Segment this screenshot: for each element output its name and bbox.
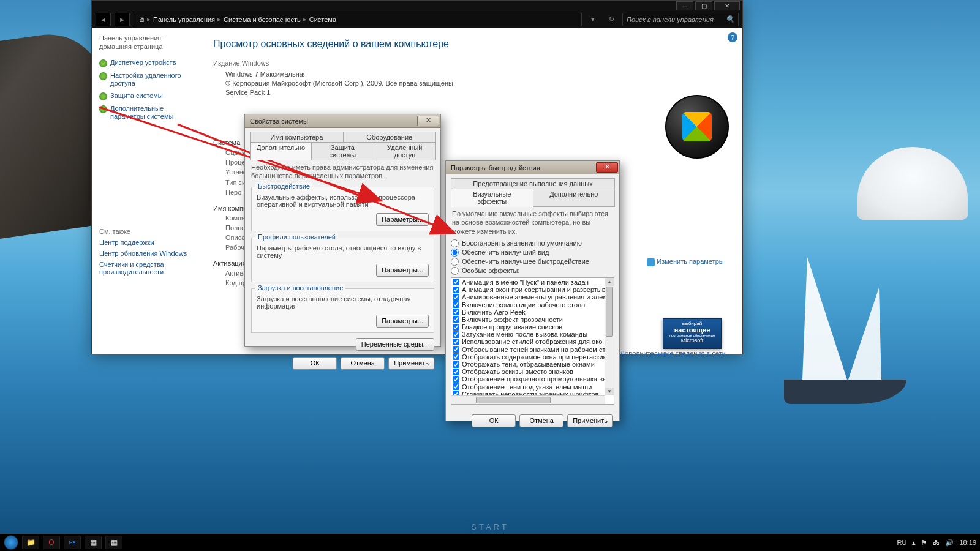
sidebar-item-device-manager[interactable]: Диспетчер устройств — [99, 58, 196, 69]
sidebar-item-protection[interactable]: Защита системы — [99, 91, 196, 102]
effect-checkbox[interactable] — [453, 369, 459, 375]
effect-checkbox[interactable] — [453, 324, 459, 331]
tab-computer-name[interactable]: Имя компьютера — [250, 132, 344, 142]
effect-checkbox[interactable] — [453, 339, 459, 345]
breadcrumb[interactable]: Панель управления — [153, 16, 215, 23]
tab-visual-effects[interactable]: Визуальные эффекты — [451, 189, 533, 207]
radio-option[interactable]: Обеспечить наилучший вид — [451, 249, 614, 257]
effect-checkbox[interactable] — [453, 361, 459, 368]
effect-item[interactable]: Затухание меню после вызова команды — [453, 331, 604, 338]
tab-dep[interactable]: Предотвращение выполнения данных — [451, 178, 615, 189]
radio-option[interactable]: Обеспечить наилучшее быстродействие — [451, 258, 614, 266]
taskbar-opera-icon[interactable]: O — [43, 536, 60, 549]
effect-item[interactable]: Использование стилей отображения для око… — [453, 338, 604, 345]
ok-button[interactable]: ОК — [472, 414, 516, 427]
tray-network-icon[interactable]: 🖧 — [933, 539, 940, 546]
tray-flag-icon[interactable]: ⚑ — [921, 539, 927, 547]
effect-item[interactable]: Включить Aero Peek — [453, 309, 604, 316]
scroll-down-icon[interactable]: ▼ — [605, 388, 614, 395]
radio-input[interactable] — [451, 258, 459, 266]
refresh-icon[interactable]: ↻ — [604, 15, 619, 23]
effect-checkbox[interactable] — [453, 287, 459, 293]
scrollbar-vertical[interactable]: ▲ ▼ — [605, 278, 614, 395]
language-indicator[interactable]: RU — [897, 539, 907, 546]
start-button[interactable] — [4, 535, 18, 550]
radio-input[interactable] — [451, 249, 459, 257]
address-bar[interactable]: 🖥 ▸ Панель управления ▸ Система и безопа… — [134, 13, 582, 26]
taskbar-app-icon[interactable]: ▦ — [85, 536, 102, 549]
more-online-link[interactable]: Дополнительные сведения в сети... — [620, 350, 732, 357]
sidebar-item-advanced[interactable]: Дополнительные параметры системы — [99, 103, 196, 122]
profiles-settings-button[interactable]: Параметры... — [376, 264, 429, 277]
breadcrumb[interactable]: Система — [309, 16, 336, 23]
scroll-thumb[interactable] — [606, 287, 613, 337]
effect-checkbox[interactable] — [453, 309, 459, 315]
see-also-action-center[interactable]: Центр поддержки — [99, 237, 196, 248]
effect-item[interactable]: Отображать эскизы вместо значков — [453, 368, 604, 375]
tab-remote[interactable]: Удаленный доступ — [374, 142, 436, 160]
ok-button[interactable]: ОК — [293, 357, 337, 370]
effect-checkbox[interactable] — [453, 331, 459, 338]
effects-list[interactable]: Анимация в меню "Пуск" и панели задачАни… — [451, 277, 614, 405]
see-also-perf[interactable]: Счетчики и средства производительности — [99, 259, 196, 277]
effect-item[interactable]: Включить эффект прозрачности — [453, 316, 604, 323]
startup-settings-button[interactable]: Параметры... — [376, 315, 429, 328]
apply-button[interactable]: Применить — [567, 414, 613, 427]
addr-dropdown-icon[interactable]: ▾ — [586, 15, 600, 23]
tab-advanced[interactable]: Дополнительно — [533, 189, 616, 207]
nav-forward-button[interactable]: ► — [115, 13, 130, 26]
effect-checkbox[interactable] — [453, 294, 459, 301]
effect-item[interactable]: Отображение тени под указателем мыши — [453, 383, 604, 391]
effect-item[interactable]: Включение композиции рабочего стола — [453, 301, 604, 308]
env-vars-button[interactable]: Переменные среды... — [356, 338, 434, 351]
apply-button[interactable]: Применить — [388, 357, 434, 370]
tray-chevron-icon[interactable]: ▴ — [912, 539, 916, 547]
radio-option[interactable]: Восстановить значения по умолчанию — [451, 239, 614, 247]
tab-hardware[interactable]: Оборудование — [343, 132, 437, 142]
maximize-button[interactable]: ▢ — [695, 1, 712, 10]
effect-item[interactable]: Анимация окон при свертывании и разверты… — [453, 286, 604, 293]
effect-checkbox[interactable] — [453, 279, 459, 285]
dialog-titlebar[interactable]: Свойства системы ✕ — [245, 114, 440, 128]
change-settings-link[interactable]: Изменить параметры — [639, 258, 731, 266]
effect-checkbox[interactable] — [453, 301, 459, 308]
effect-item[interactable]: Анимация в меню "Пуск" и панели задач — [453, 279, 604, 286]
scrollbar-horizontal[interactable] — [451, 395, 605, 404]
cancel-button[interactable]: Отмена — [519, 414, 564, 427]
scroll-thumb[interactable] — [476, 397, 551, 403]
effect-item[interactable]: Отображать содержимое окна при перетаски… — [453, 353, 604, 361]
effect-item[interactable]: Отображать тени, отбрасываемые окнами — [453, 361, 604, 368]
close-icon[interactable]: ✕ — [417, 116, 439, 126]
effect-checkbox[interactable] — [453, 346, 459, 353]
help-icon[interactable]: ? — [728, 32, 737, 42]
nav-back-button[interactable]: ◄ — [96, 13, 111, 26]
taskbar-explorer-icon[interactable]: 📁 — [22, 536, 39, 549]
radio-option[interactable]: Особые эффекты: — [451, 267, 614, 275]
ms-genuine-badge[interactable]: выбирай настоящее программное обеспечени… — [663, 318, 722, 349]
search-input[interactable]: Поиск в панели управления 🔍 — [622, 13, 739, 26]
effect-checkbox[interactable] — [453, 353, 459, 360]
tray-volume-icon[interactable]: 🔊 — [945, 539, 954, 547]
close-icon[interactable]: ✕ — [596, 162, 618, 173]
tab-advanced[interactable]: Дополнительно — [250, 142, 312, 160]
effect-item[interactable]: Гладкое прокручивание списков — [453, 323, 604, 331]
effect-checkbox[interactable] — [453, 376, 459, 383]
effect-checkbox[interactable] — [453, 383, 459, 390]
effect-item[interactable]: Анимированные элементы управления и элем… — [453, 293, 604, 301]
dialog-titlebar[interactable]: Параметры быстродействия ✕ — [446, 161, 619, 174]
cancel-button[interactable]: Отмена — [341, 357, 385, 370]
sidebar-item-remote[interactable]: Настройка удаленного доступа — [99, 70, 196, 89]
taskbar[interactable]: 📁 O Ps ▦ ▦ RU ▴ ⚑ 🖧 🔊 18:19 — [0, 534, 980, 551]
tab-protection[interactable]: Защита системы — [311, 142, 374, 160]
radio-input[interactable] — [451, 239, 459, 247]
performance-settings-button[interactable]: Параметры... — [376, 213, 429, 226]
clock[interactable]: 18:19 — [959, 539, 976, 546]
effect-checkbox[interactable] — [453, 316, 459, 323]
breadcrumb[interactable]: Система и безопасность — [224, 16, 301, 23]
radio-input[interactable] — [451, 267, 459, 275]
scroll-up-icon[interactable]: ▲ — [605, 278, 614, 286]
close-button[interactable]: ✕ — [714, 1, 740, 10]
taskbar-app-icon[interactable]: ▦ — [105, 536, 123, 549]
effect-item[interactable]: Отбрасывание теней значками на рабочем с… — [453, 346, 604, 353]
sidebar-home-link[interactable]: Панель управления - домашняя страница — [99, 34, 196, 51]
